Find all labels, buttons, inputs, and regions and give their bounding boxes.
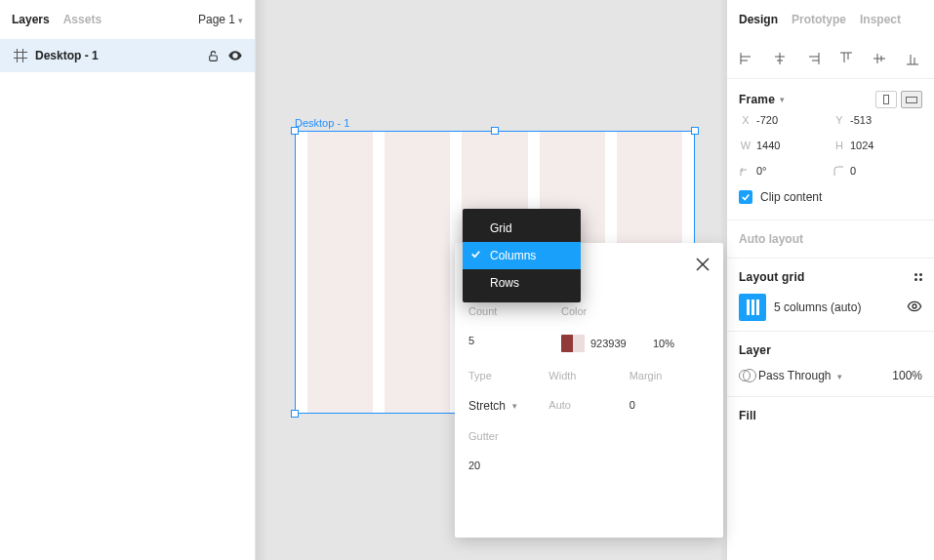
layout-grid-title: Layout grid [739,270,805,284]
fill-section-title: Fill [739,409,756,422]
tab-layers[interactable]: Layers [12,13,50,26]
blend-mode-icon [739,370,751,381]
tab-assets[interactable]: Assets [63,13,102,26]
page-label: Page 1 [198,13,235,26]
type-dropdown[interactable]: Stretch ▾ [468,399,548,413]
y-input[interactable]: -513 [850,114,922,126]
chevron-down-icon: ▾ [837,372,842,381]
layer-name: Desktop - 1 [35,49,99,62]
clip-content-checkbox[interactable] [739,190,752,204]
color-swatch[interactable] [561,335,585,352]
visibility-icon[interactable] [227,48,243,63]
columns-icon[interactable] [739,294,766,321]
w-label: W [739,140,752,151]
corner-radius-icon [832,165,844,177]
svg-rect-0 [210,55,218,60]
type-label: Type [468,370,548,381]
align-center-v-icon[interactable] [872,51,887,66]
resize-handle[interactable] [291,410,299,418]
layout-grid-item-label: 5 columns (auto) [774,300,861,314]
layout-grid-item[interactable]: 5 columns (auto) [727,290,934,331]
page-dropdown[interactable]: Page 1▾ [198,13,243,26]
gutter-label: Gutter [468,430,710,442]
unlock-icon[interactable] [207,50,220,62]
tab-inspect[interactable]: Inspect [860,13,901,26]
close-icon[interactable] [696,258,710,274]
tab-design[interactable]: Design [739,13,778,26]
blend-mode-value: Pass Through [758,369,832,382]
right-panel: Design Prototype Inspect Frame ▾ X -720 … [726,0,934,560]
layout-grid-styles-icon[interactable] [914,273,922,281]
color-label: Color [561,305,710,317]
frame-icon [14,49,27,62]
chevron-down-icon: ▾ [238,16,243,25]
x-input[interactable]: -720 [756,114,829,126]
left-panel-header: Layers Assets Page 1▾ [0,0,255,39]
dropdown-item-rows[interactable]: Rows [463,269,581,297]
right-panel-tabs: Design Prototype Inspect [727,0,934,39]
align-right-icon[interactable] [805,51,821,66]
rotation-input[interactable]: 0° [756,165,829,177]
margin-label: Margin [629,370,710,381]
layer-opacity-input[interactable]: 100% [892,369,922,382]
align-bottom-icon[interactable] [905,51,920,66]
margin-input[interactable]: 0 [629,399,710,413]
grid-type-dropdown: Grid Columns Rows [463,209,581,302]
rotation-icon [739,165,751,177]
frame-title[interactable]: Frame [739,93,775,106]
alignment-tools [727,39,934,78]
count-label: Count [468,305,561,317]
align-center-h-icon[interactable] [772,51,788,66]
frame-section: Frame ▾ X -720 Y -513 W 1440 H 1024 0° 0 [727,79,934,208]
dropdown-item-grid[interactable]: Grid [463,215,581,242]
type-value: Stretch [468,399,506,413]
chevron-down-icon: ▾ [512,401,517,411]
resize-handle[interactable] [491,127,499,135]
align-top-icon[interactable] [838,51,854,66]
canvas-frame-label[interactable]: Desktop - 1 [295,117,349,129]
auto-layout-section[interactable]: Auto layout [727,220,934,258]
orientation-portrait-button[interactable] [875,91,897,108]
align-left-icon[interactable] [739,51,754,66]
resize-handle[interactable] [691,127,699,135]
visibility-icon[interactable] [907,299,922,317]
color-hex-input[interactable]: 923939 [590,338,647,349]
h-label: H [832,140,846,151]
h-input[interactable]: 1024 [850,140,922,151]
x-label: X [739,114,752,126]
width-input: Auto [548,399,629,413]
layer-section-title: Layer [739,343,771,357]
orientation-landscape-button[interactable] [901,91,922,108]
chevron-down-icon: ▾ [780,95,785,104]
tab-prototype[interactable]: Prototype [792,13,846,26]
dropdown-item-label: Columns [490,249,536,262]
svg-point-21 [913,304,916,308]
dropdown-item-columns[interactable]: Columns [463,242,581,269]
left-panel: Layers Assets Page 1▾ Desktop - 1 [0,0,256,560]
y-label: Y [832,114,846,126]
blend-mode-dropdown[interactable]: Pass Through ▾ [758,369,842,382]
gutter-input[interactable]: 20 [468,460,710,471]
w-input[interactable]: 1440 [756,140,829,151]
check-icon [470,249,481,262]
corner-radius-input[interactable]: 0 [850,165,922,177]
color-opacity-input[interactable]: 10% [653,338,710,349]
layer-row-desktop-1[interactable]: Desktop - 1 [0,39,255,72]
width-label: Width [548,370,629,381]
count-input[interactable]: 5 [468,335,561,352]
clip-content-label: Clip content [760,190,822,204]
